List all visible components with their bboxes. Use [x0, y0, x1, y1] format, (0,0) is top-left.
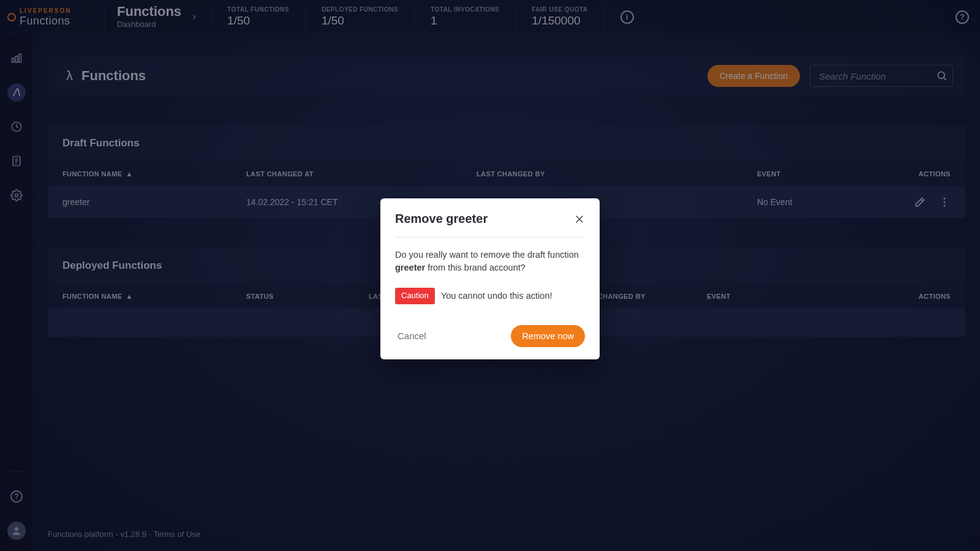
caution-badge: Caution	[395, 288, 435, 304]
caution-text: You cannot undo this action!	[441, 290, 552, 302]
modal-overlay: Remove greeter Do you really want to rem…	[0, 0, 980, 551]
close-icon[interactable]	[574, 214, 585, 225]
remove-modal: Remove greeter Do you really want to rem…	[380, 198, 600, 359]
modal-body-suffix: from this brand account?	[425, 263, 526, 272]
modal-title: Remove greeter	[395, 212, 488, 226]
cancel-button[interactable]: Cancel	[395, 326, 429, 346]
modal-body: Do you really want to remove the draft f…	[395, 238, 585, 308]
modal-body-strong: greeter	[395, 263, 425, 272]
remove-now-button[interactable]: Remove now	[511, 325, 585, 347]
modal-body-prefix: Do you really want to remove the draft f…	[395, 250, 579, 260]
